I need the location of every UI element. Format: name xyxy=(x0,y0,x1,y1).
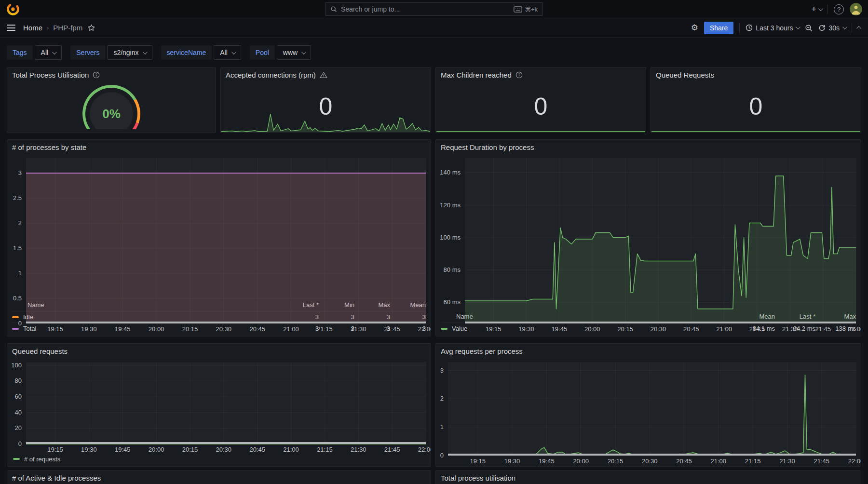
filter-tags-label[interactable]: Tags xyxy=(7,45,33,60)
info-icon[interactable] xyxy=(515,71,523,79)
chevron-down-icon xyxy=(301,50,306,54)
x-axis-tick-label: 20:00 xyxy=(581,325,604,333)
zero-sparkline xyxy=(651,131,860,132)
x-axis-tick-label: 21:00 xyxy=(707,457,730,465)
variable-filters: Tags All Servers s2/nginx serviceName Al… xyxy=(7,45,311,60)
help-button[interactable]: ? xyxy=(834,4,844,14)
y-axis-tick-label: 3 xyxy=(7,169,22,176)
zero-sparkline xyxy=(436,131,645,132)
refresh-icon xyxy=(818,24,826,31)
menu-toggle-button[interactable] xyxy=(7,25,15,31)
x-axis-tick-label: 20:00 xyxy=(145,325,168,333)
search-shortcut: ⌘+k xyxy=(514,6,538,13)
x-axis-tick-label: 19:45 xyxy=(111,325,134,333)
x-axis-tick-label: 19:45 xyxy=(548,325,571,333)
info-icon[interactable] xyxy=(93,71,100,79)
collapse-toolbar-button[interactable] xyxy=(858,26,861,29)
panel-request-duration: Request Duration by process 60 ms80 ms10… xyxy=(435,139,861,336)
time-range-picker[interactable]: Last 3 hours xyxy=(746,24,799,32)
chevron-down-icon xyxy=(142,50,147,54)
panel-title[interactable]: # of Active & Idle processes xyxy=(12,474,101,482)
search-placeholder: Search or jump to... xyxy=(341,5,510,13)
y-axis-tick-label: 1 xyxy=(436,423,444,430)
filter-servers-value[interactable]: s2/nginx xyxy=(107,45,152,60)
stat-value: 0 xyxy=(651,93,861,121)
filter-servers-label[interactable]: Servers xyxy=(70,45,105,60)
filter-tags-value[interactable]: All xyxy=(35,45,62,60)
y-axis-tick-label: 100 xyxy=(7,362,22,369)
x-axis-tick-label: 21:15 xyxy=(313,325,336,333)
x-axis-tick-label: 21:00 xyxy=(280,446,303,453)
dashboard-settings-button[interactable]: ⚙ xyxy=(691,23,698,33)
time-series-chart[interactable]: 60 ms80 ms100 ms120 ms140 ms19:1519:3019… xyxy=(436,154,861,310)
stat-value: 0 xyxy=(221,93,431,121)
refresh-button[interactable]: 30s xyxy=(818,24,846,32)
panel-title[interactable]: Avg requests per process xyxy=(441,347,523,355)
filter-servicename-label[interactable]: serviceName xyxy=(161,45,212,60)
search-icon xyxy=(330,6,337,13)
x-axis-tick-label: 19:15 xyxy=(44,325,67,333)
x-axis-tick-label: 20:15 xyxy=(178,325,202,333)
time-series-chart[interactable]: 00.511.522.5319:1519:3019:4520:0020:1520… xyxy=(7,154,431,298)
filter-value-text: All xyxy=(41,49,49,56)
y-axis-tick-label: 3 xyxy=(436,367,444,374)
refresh-interval-label: 30s xyxy=(828,24,840,32)
breadcrumb-home[interactable]: Home xyxy=(23,24,42,32)
y-axis-tick-label: 0 xyxy=(7,440,22,447)
time-series-chart[interactable]: 02040608010019:1519:3019:4520:0020:1520:… xyxy=(7,358,431,455)
x-axis-tick-label: 21:30 xyxy=(775,457,799,465)
panel-title[interactable]: Total Process Utilisation xyxy=(12,71,89,79)
x-axis-tick-label: 19:30 xyxy=(515,325,538,333)
panel-title[interactable]: # of processes by state xyxy=(12,143,86,151)
filter-pool-label[interactable]: Pool xyxy=(250,45,275,60)
x-axis-tick-label: 19:15 xyxy=(44,446,67,453)
x-axis-tick-label: 21:45 xyxy=(380,446,404,453)
panel-title[interactable]: Total process utilisation xyxy=(441,474,515,482)
filter-servicename-value[interactable]: All xyxy=(214,45,241,60)
panel-title[interactable]: Accepted connections (rpm) xyxy=(226,71,316,79)
panel-processes-by-state: # of processes by state 00.511.522.5319:… xyxy=(7,139,431,336)
y-axis-tick-label: 2 xyxy=(7,219,22,227)
search-input[interactable]: Search or jump to... ⌘+k xyxy=(325,2,543,16)
favorite-star-icon[interactable] xyxy=(87,24,95,32)
x-axis-tick-label: 19:45 xyxy=(535,457,558,465)
y-axis-tick-label: 0 xyxy=(436,452,444,459)
warning-icon[interactable] xyxy=(320,71,327,79)
x-axis-tick-label: 20:45 xyxy=(246,446,269,453)
panel-title[interactable]: Request Duration by process xyxy=(441,143,534,151)
zoom-out-button[interactable] xyxy=(805,24,813,32)
legend-series-name[interactable]: # of requests xyxy=(24,456,60,463)
search-shortcut-label: ⌘+k xyxy=(525,6,538,13)
chevron-down-icon xyxy=(818,6,823,11)
panel-title[interactable]: Queued Requests xyxy=(656,71,714,79)
dashboard-toolbar: Home › PHP-fpm ⚙ Share Last 3 hours 30s xyxy=(0,18,868,38)
x-axis-tick-label: 20:30 xyxy=(212,325,235,333)
x-axis-tick-label: 19:15 xyxy=(482,325,505,333)
grafana-logo-icon[interactable] xyxy=(7,3,19,15)
panel-queued-requests-stat: Queued Requests 0 xyxy=(651,67,861,133)
filter-pool-value[interactable]: www xyxy=(277,45,311,60)
x-axis-tick-label: 20:45 xyxy=(679,325,703,333)
top-nav: Search or jump to... ⌘+k + ? xyxy=(0,0,868,18)
user-avatar[interactable] xyxy=(850,3,862,15)
clock-icon xyxy=(746,24,753,31)
panel-total-process-utilisation-chart: Total process utilisation xyxy=(435,470,861,484)
panel-title[interactable]: Queued requests xyxy=(12,347,68,355)
zoom-out-icon xyxy=(805,24,813,32)
filter-servers: Servers s2/nginx xyxy=(70,45,152,60)
x-axis-tick-label: 20:00 xyxy=(570,457,593,465)
x-axis-tick-label: 21:15 xyxy=(741,457,764,465)
filter-value-text: s2/nginx xyxy=(113,49,138,56)
x-axis-tick-label: 21:45 xyxy=(380,325,404,333)
share-button[interactable]: Share xyxy=(704,22,733,34)
panel-title[interactable]: Max Children reached xyxy=(441,71,512,79)
time-series-chart[interactable]: 012319:1519:3019:4520:0020:1520:3020:452… xyxy=(436,358,861,466)
y-axis-tick-label: 60 ms xyxy=(436,298,461,306)
x-axis-tick-label: 21:30 xyxy=(347,446,370,453)
x-axis-tick-label: 22:00 xyxy=(414,446,431,453)
filter-tags: Tags All xyxy=(7,45,62,60)
gauge-value: 0% xyxy=(102,107,121,121)
y-axis-tick-label: 2.5 xyxy=(7,194,22,202)
add-new-button[interactable]: + xyxy=(811,4,822,14)
x-axis-tick-label: 21:30 xyxy=(347,325,370,333)
